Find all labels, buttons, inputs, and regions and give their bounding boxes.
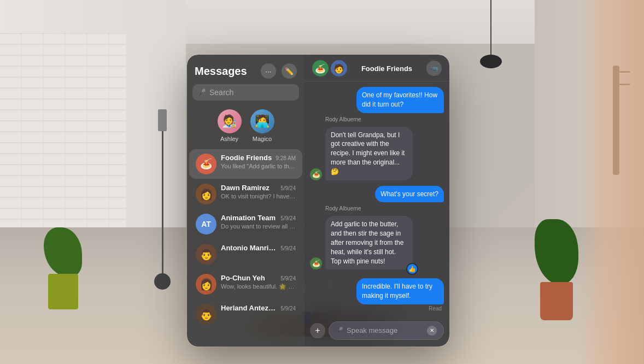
messages-list-panel: Messages ··· ✏️ 🎤 Search 🧑‍🎨 Ashley 🧑 bbox=[187, 55, 305, 347]
thumbs-up-reaction: 👍 bbox=[406, 263, 418, 275]
herland-top: Herland Antezana 5/9/24 bbox=[221, 304, 296, 312]
animation-team-content: Animation Team 5/9/24 Do you want to rev… bbox=[221, 214, 296, 230]
ashley-name: Ashley bbox=[220, 136, 238, 142]
search-mic-icon: 🎤 bbox=[198, 89, 206, 96]
pochun-preview: Wow, looks beautiful. 🌟 Here's a photo o… bbox=[221, 283, 296, 290]
animation-team-time: 5/9/24 bbox=[280, 215, 296, 221]
pendant-wire bbox=[490, 0, 491, 55]
dawn-ramirez-time: 5/9/24 bbox=[280, 185, 296, 191]
conversation-list: 🍝 Foodie Friends 9:28 AM You liked "Add … bbox=[187, 149, 305, 347]
chat-header-avatars: 🍝 🧑 bbox=[312, 60, 347, 77]
more-icon: ··· bbox=[266, 67, 272, 75]
message-row-2: 🍝 Don't tell Grandpa, but I got creative… bbox=[310, 127, 444, 180]
message-row-4: 🍝 Add garlic to the butter, and then sti… bbox=[310, 216, 444, 269]
plant-pot bbox=[48, 274, 78, 309]
message-row-5: Incredible. I'll have to try making it m… bbox=[310, 278, 444, 304]
video-call-button[interactable]: 📹 bbox=[426, 61, 442, 76]
sender-label-rody-1: Rody Albuerne bbox=[325, 116, 444, 122]
read-label: Read bbox=[310, 306, 444, 312]
antonio-content: Antonio Manriquez 5/9/24 bbox=[221, 244, 296, 253]
pochun-top: Po-Chun Yeh 5/9/24 bbox=[221, 274, 296, 282]
chat-group-name: Foodie Friends bbox=[347, 64, 426, 73]
conversation-antonio-manriquez[interactable]: 👨 Antonio Manriquez 5/9/24 bbox=[189, 239, 302, 269]
add-button[interactable]: + bbox=[310, 323, 325, 338]
lamp-base bbox=[154, 273, 171, 290]
foodie-friends-preview: You liked "Add garlic to the butter, and… bbox=[221, 163, 296, 169]
plant-leaves bbox=[44, 227, 82, 277]
messages-app: Messages ··· ✏️ 🎤 Search 🧑‍🎨 Ashley 🧑 bbox=[187, 55, 449, 347]
more-button[interactable]: ··· bbox=[261, 63, 276, 79]
pochun-time: 5/9/24 bbox=[280, 275, 296, 281]
suggested-contact-ashley[interactable]: 🧑‍🎨 Ashley bbox=[218, 109, 242, 142]
herland-avatar: 👨 bbox=[196, 304, 216, 325]
animation-team-top: Animation Team 5/9/24 bbox=[221, 214, 296, 222]
plus-icon: + bbox=[315, 326, 320, 336]
message-bubble-3: What's your secret? bbox=[375, 186, 444, 203]
search-bar[interactable]: 🎤 Search bbox=[192, 84, 299, 101]
pendant-shade bbox=[480, 55, 502, 68]
brick-wall bbox=[0, 33, 126, 240]
pochun-content: Po-Chun Yeh 5/9/24 Wow, looks beautiful.… bbox=[221, 274, 296, 290]
message-with-reaction: Add garlic to the butter, and then stir … bbox=[325, 216, 413, 269]
rody-avatar-1: 🍝 bbox=[310, 168, 322, 180]
compose-icon: ✏️ bbox=[285, 67, 294, 75]
pochun-name: Po-Chun Yeh bbox=[221, 274, 265, 282]
herland-time: 5/9/24 bbox=[280, 306, 296, 312]
close-icon: ✕ bbox=[430, 327, 434, 333]
dawn-ramirez-preview: OK to visit tonight? I have some things … bbox=[221, 193, 296, 199]
conversation-foodie-friends[interactable]: 🍝 Foodie Friends 9:28 AM You liked "Add … bbox=[189, 149, 302, 179]
chat-messages: One of my favorites!! How did it turn ou… bbox=[305, 81, 449, 317]
curtain-right bbox=[578, 0, 644, 364]
rody-avatar-2: 🍝 bbox=[310, 257, 322, 269]
speak-message-placeholder: Speak message bbox=[347, 326, 424, 334]
lamp-shade bbox=[158, 109, 167, 131]
chat-header: 🍝 🧑 Foodie Friends 📹 bbox=[305, 55, 449, 81]
foodie-friends-content: Foodie Friends 9:28 AM You liked "Add ga… bbox=[221, 154, 296, 169]
antonio-time: 5/9/24 bbox=[280, 245, 296, 251]
message-bubble-1: One of my favorites!! How did it turn ou… bbox=[356, 87, 444, 113]
sender-label-rody-2: Rody Albuerne bbox=[325, 206, 444, 212]
conversation-herland-antezana[interactable]: 👨 Herland Antezana 5/9/24 bbox=[189, 300, 302, 329]
message-row-1: One of my favorites!! How did it turn ou… bbox=[310, 87, 444, 113]
plant-left bbox=[44, 227, 82, 309]
plant-right bbox=[535, 219, 578, 320]
video-icon: 📹 bbox=[430, 64, 438, 72]
dawn-ramirez-name: Dawn Ramirez bbox=[221, 184, 270, 192]
suggested-contact-magico[interactable]: 🧑‍💻 Magico bbox=[250, 109, 274, 142]
conversation-animation-team[interactable]: AT Animation Team 5/9/24 Do you want to … bbox=[189, 209, 302, 239]
animation-team-name: Animation Team bbox=[221, 214, 276, 222]
conversation-pochun-yeh[interactable]: 👩 Po-Chun Yeh 5/9/24 Wow, looks beautifu… bbox=[189, 269, 302, 299]
dawn-ramirez-top: Dawn Ramirez 5/9/24 bbox=[221, 184, 296, 192]
magico-avatar: 🧑‍💻 bbox=[250, 109, 274, 133]
speak-message-input[interactable]: 🎤 Speak message ✕ bbox=[329, 321, 444, 340]
herland-name: Herland Antezana bbox=[221, 304, 278, 312]
antonio-avatar: 👨 bbox=[196, 244, 216, 265]
foodie-friends-name: Foodie Friends bbox=[221, 154, 272, 162]
lamp-pole bbox=[162, 131, 163, 273]
animation-team-avatar: AT bbox=[196, 214, 216, 234]
antonio-top: Antonio Manriquez 5/9/24 bbox=[221, 244, 296, 252]
message-bubble-4: Add garlic to the butter, and then stir … bbox=[325, 216, 413, 269]
message-row-3: What's your secret? bbox=[310, 186, 444, 203]
message-bubble-2: Don't tell Grandpa, but I got creative w… bbox=[325, 127, 413, 180]
antonio-name: Antonio Manriquez bbox=[221, 244, 278, 252]
compose-button[interactable]: ✏️ bbox=[282, 63, 297, 79]
foodie-friends-top: Foodie Friends 9:28 AM bbox=[221, 154, 296, 162]
dawn-ramirez-content: Dawn Ramirez 5/9/24 OK to visit tonight?… bbox=[221, 184, 296, 199]
plant-pot-right bbox=[540, 282, 573, 320]
conversation-dawn-ramirez[interactable]: 👩 Dawn Ramirez 5/9/24 OK to visit tonigh… bbox=[189, 179, 302, 209]
search-placeholder-text: Search bbox=[209, 88, 233, 97]
floor-lamp bbox=[154, 109, 171, 290]
speak-clear-button[interactable]: ✕ bbox=[427, 326, 437, 336]
messages-title: Messages bbox=[195, 65, 247, 78]
pochun-avatar: 👩 bbox=[196, 274, 216, 295]
foodie-friends-avatar: 🍝 bbox=[196, 154, 216, 174]
foodie-friends-time: 9:28 AM bbox=[276, 155, 296, 161]
dawn-ramirez-avatar: 👩 bbox=[196, 184, 216, 204]
header-icons: ··· ✏️ bbox=[261, 63, 297, 79]
chat-group-name-area: Foodie Friends bbox=[347, 64, 426, 73]
ashley-avatar: 🧑‍🎨 bbox=[218, 109, 242, 133]
pendant-lamp bbox=[480, 0, 502, 68]
plant-leaves-right bbox=[535, 219, 578, 285]
chat-panel: 🍝 🧑 Foodie Friends 📹 One of my favorites… bbox=[305, 55, 449, 347]
